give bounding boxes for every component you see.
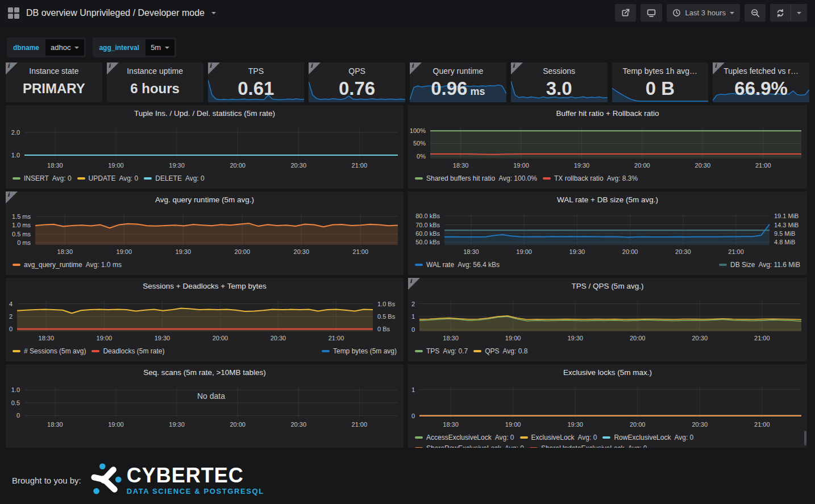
legend-item--sessions-5m-avg-[interactable]: # Sessions (5m avg) <box>13 347 86 355</box>
y-axis-label: 0% <box>408 152 426 160</box>
legend-item-rowexclusivelock[interactable]: RowExclusiveLockAvg: 0 <box>602 434 693 441</box>
panel-info-corner[interactable]: i <box>107 63 119 74</box>
graph-panel-title[interactable]: WAL rate + DB size (5m avg.) <box>408 195 807 204</box>
graph-panel-seq-scans: Seq. scans (5m rate, >10MB tables)18:301… <box>6 364 404 448</box>
x-axis-label: 18:30 <box>43 420 68 428</box>
panel-info-corner[interactable]: i <box>6 191 18 203</box>
legend-item-exclusivelock[interactable]: ExclusiveLockAvg: 0 <box>520 434 597 441</box>
legend-item-tx-rollback-ratio[interactable]: TX rollback ratioAvg: 8.3% <box>543 174 638 182</box>
stat-panel-title[interactable]: Tuples fetched vs r… <box>713 66 809 76</box>
stat-panel-title[interactable]: Temp bytes 1h avg… <box>612 66 709 76</box>
legend-item-shareupdateexclusivelock[interactable]: ShareUpdateExclusiveLockAvg: 0 <box>530 444 647 448</box>
dashboard-grid-icon[interactable] <box>8 7 19 19</box>
zoom-out-button[interactable] <box>745 4 766 22</box>
panel-info-corner[interactable]: i <box>408 278 420 290</box>
legend-item-sharerowexclusivelock[interactable]: ShareRowExclusiveLockAvg: 0 <box>415 444 524 448</box>
share-button[interactable] <box>615 4 636 22</box>
legend-item-tps[interactable]: TPSAvg: 0.7 <box>415 347 468 355</box>
info-icon: i <box>714 63 717 69</box>
panel-info-corner[interactable]: i <box>6 63 18 74</box>
panel-info-corner[interactable]: i <box>511 63 523 74</box>
stat-panel-title[interactable]: QPS <box>309 66 405 76</box>
stat-panel-tps: iTPS0.61 <box>208 63 305 102</box>
stat-panel-title[interactable]: Instance state <box>6 66 102 76</box>
legend-item-delete[interactable]: DELETEAvg: 0 <box>144 174 205 182</box>
x-axis-label: 20:00 <box>630 161 655 169</box>
graph-panel-wal-db-size: WAL rate + DB size (5m avg.)18:3019:0019… <box>408 191 807 275</box>
plot-area[interactable] <box>17 301 373 331</box>
legend-item-avg-query-runtime[interactable]: avg_query_runtimeAvg: 1.0 ms <box>13 261 122 269</box>
variable-value-dropdown[interactable]: adhoc <box>45 39 84 56</box>
stat-value: 0 B <box>612 75 709 102</box>
stat-panel-title[interactable]: TPS <box>208 66 305 76</box>
plot-area[interactable] <box>444 214 770 245</box>
variable-agg_interval: agg_interval5m <box>93 38 176 57</box>
refresh-interval-dropdown[interactable] <box>791 4 807 22</box>
x-axis-label: 21:00 <box>750 420 775 428</box>
legend-series-label: ExclusiveLock <box>531 434 575 441</box>
graph-panel-title[interactable]: TPS / QPS (5m avg.) <box>408 282 807 290</box>
legend-item-deadlocks-5m-rate-[interactable]: Deadlocks (5m rate) <box>92 347 164 355</box>
tv-mode-button[interactable] <box>641 4 662 22</box>
legend-item-shared-buffers-hit-ratio[interactable]: Shared buffers hit ratioAvg: 100.0% <box>415 174 537 182</box>
stat-panel-title[interactable]: Sessions <box>511 66 608 76</box>
legend-series-label: TPS <box>426 347 439 355</box>
graph-panel-title[interactable]: Avg. query runtime (5m avg.) <box>6 195 404 204</box>
plot-area[interactable] <box>419 387 801 418</box>
graph-panel-title[interactable]: Sessions + Deadlocks + Temp bytes <box>6 282 404 290</box>
legend-item-accessexclusivelock[interactable]: AccessExclusiveLockAvg: 0 <box>415 434 514 441</box>
legend-scrollbar[interactable] <box>804 431 806 445</box>
x-axis-label: 19:30 <box>569 161 594 169</box>
x-axis-label: 19:00 <box>512 248 537 256</box>
stat-panel-title[interactable]: Instance uptime <box>107 66 203 76</box>
panel-info-corner[interactable]: i <box>208 63 220 74</box>
plot-area[interactable] <box>419 301 801 331</box>
stat-value-unit: ms <box>470 86 485 98</box>
info-icon: i <box>7 63 10 69</box>
legend-item-qps[interactable]: QPSAvg: 0.8 <box>473 347 527 355</box>
panel-info-corner[interactable]: i <box>309 63 321 74</box>
stat-value-text: 66.9% <box>734 78 788 99</box>
legend-item-temp-bytes-5m-avg-[interactable]: Temp bytes (5m avg) <box>322 347 397 355</box>
panel-info-corner[interactable]: i <box>713 63 725 74</box>
legend-avg-value: Avg: 0.8 <box>503 347 528 355</box>
x-axis-label: 20:30 <box>286 161 311 169</box>
graph-panel-title[interactable]: Buffer hit ratio + Rollback ratio <box>408 109 807 118</box>
stat-value-text: 6 hours <box>130 81 180 97</box>
panel-info-corner[interactable]: i <box>410 63 422 74</box>
legend-item-db-size[interactable]: DB SizeAvg: 11.6 MiB <box>719 261 800 269</box>
footer-prefix-text: Brought to you by: <box>12 476 81 485</box>
legend-series-label: WAL rate <box>426 261 454 269</box>
x-axis-label: 19:30 <box>564 248 589 256</box>
title-caret-down-icon[interactable] <box>211 12 216 14</box>
legend-item-wal-rate[interactable]: WAL rateAvg: 56.4 kBs <box>415 261 500 269</box>
stat-value-text: 0.61 <box>238 78 274 99</box>
graph-panel-title[interactable]: Tuple Ins. / Upd. / Del. statistics (5m … <box>6 109 404 118</box>
graph-panel-title[interactable]: Seq. scans (5m rate, >10MB tables) <box>6 368 404 377</box>
dashboard-title[interactable]: DB overview Unprivileged / Developer mod… <box>26 8 205 18</box>
graph-panel-title[interactable]: Exclusive locks (5m max.) <box>408 368 807 377</box>
y-axis-label: 70.0 kBs <box>408 221 440 229</box>
x-axis-label: 21:00 <box>348 248 373 256</box>
plot-area[interactable] <box>35 214 398 245</box>
time-range-button[interactable]: Last 3 hours <box>667 4 740 22</box>
legend-color-swatch <box>322 350 330 352</box>
legend-item-insert[interactable]: INSERTAvg: 0 <box>13 174 72 182</box>
refresh-button[interactable] <box>770 4 791 22</box>
y-axis-label: 0 ms <box>6 239 31 247</box>
navbar-right: Last 3 hours <box>615 4 807 22</box>
plot-area[interactable] <box>24 128 398 159</box>
plot-area[interactable] <box>430 128 801 159</box>
brand-tagline: DATA SCIENCE & POSTGRESQL <box>127 487 264 495</box>
x-axis-label: 19:00 <box>111 248 136 256</box>
legend-avg-value: Avg: 0.7 <box>443 347 468 355</box>
legend-avg-value: Avg: 11.6 MiB <box>758 261 800 269</box>
x-axis-label: 20:00 <box>225 420 250 428</box>
stat-panel-title[interactable]: Query runtime <box>410 66 506 76</box>
x-axis-label: 21:00 <box>751 161 776 169</box>
legend-series-label: AccessExclusiveLock <box>426 434 492 441</box>
legend-item-update[interactable]: UPDATEAvg: 0 <box>77 174 139 182</box>
legend-avg-value: Avg: 0 <box>674 434 693 441</box>
x-axis-label: 20:30 <box>671 248 696 256</box>
variable-value-dropdown[interactable]: 5m <box>145 39 174 56</box>
